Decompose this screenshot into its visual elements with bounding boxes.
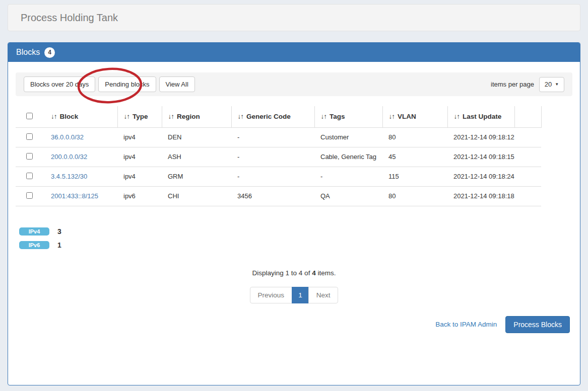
previous-page-button[interactable]: Previous	[250, 287, 293, 303]
sort-icon: ↓↑	[51, 113, 57, 120]
tags-cell: Cable, Generic Tag	[314, 147, 382, 167]
column-header-block[interactable]: ↓↑Block	[45, 106, 117, 127]
ipv6-summary-row: IPv6 1	[16, 241, 572, 249]
table-row: 36.0.0.0/32 ipv4 DEN - Customer 80 2021-…	[16, 127, 541, 147]
generic-code-cell: -	[231, 167, 314, 186]
sort-icon: ↓↑	[454, 113, 460, 120]
generic-code-cell: -	[231, 127, 314, 147]
items-per-page-label: items per page	[491, 81, 534, 88]
sort-icon: ↓↑	[168, 113, 174, 120]
ipv4-count: 3	[57, 227, 61, 236]
table-row: 200.0.0.0/32 ipv4 ASH - Cable, Generic T…	[16, 147, 541, 167]
column-header-vlan[interactable]: ↓↑VLAN	[382, 106, 447, 127]
ip-summary: IPv4 3 IPv6 1	[16, 227, 572, 249]
items-per-page-value: 20	[545, 81, 552, 88]
tags-cell: -	[314, 167, 382, 186]
empty-cell	[514, 147, 541, 167]
type-cell: ipv6	[117, 186, 162, 206]
display-info: Displaying 1 to 4 of 4 items.	[16, 269, 572, 277]
column-label: Generic Code	[246, 113, 291, 120]
last-update-cell: 2021-12-14 09:18:15	[447, 147, 514, 167]
column-label: Last Update	[463, 113, 501, 120]
sort-icon: ↓↑	[124, 113, 130, 120]
tags-cell: Customer	[314, 127, 382, 147]
vlan-cell: 45	[382, 147, 447, 167]
display-info-total: 4	[312, 269, 316, 277]
type-cell: ipv4	[117, 147, 162, 167]
next-page-button[interactable]: Next	[308, 287, 339, 303]
row-checkbox[interactable]	[26, 153, 33, 160]
display-info-suffix: items.	[316, 269, 336, 277]
empty-cell	[514, 167, 541, 186]
row-checkbox-cell	[16, 127, 45, 147]
column-header-region[interactable]: ↓↑Region	[162, 106, 231, 127]
column-header-empty	[514, 106, 541, 127]
footer-actions: Back to IPAM Admin Process Blocks	[16, 316, 572, 333]
vlan-cell: 80	[382, 127, 447, 147]
column-label: Region	[177, 113, 200, 120]
vlan-cell: 115	[382, 167, 447, 186]
row-checkbox-cell	[16, 167, 45, 186]
row-checkbox-cell	[16, 186, 45, 206]
region-cell: CHI	[162, 186, 231, 206]
last-update-cell: 2021-12-14 09:18:12	[447, 127, 514, 147]
blocks-count-badge: 4	[44, 47, 55, 58]
column-label: Block	[60, 113, 79, 120]
column-label: Tags	[330, 113, 345, 120]
page-header: Process Holding Tank	[8, 4, 580, 31]
table-header-row: ↓↑Block ↓↑Type ↓↑Region ↓↑Generic Code ↓…	[16, 106, 541, 127]
table-row: 3.4.5.132/30 ipv4 GRM - - 115 2021-12-14…	[16, 167, 541, 186]
last-update-cell: 2021-12-14 09:18:18	[447, 186, 514, 206]
column-header-last-update[interactable]: ↓↑Last Update	[447, 106, 514, 127]
row-checkbox[interactable]	[26, 173, 33, 179]
display-info-prefix: Displaying 1 to 4 of	[252, 269, 312, 277]
column-header-tags[interactable]: ↓↑Tags	[314, 106, 382, 127]
ipv6-count: 1	[57, 241, 61, 249]
back-to-ipam-admin-link[interactable]: Back to IPAM Admin	[435, 321, 497, 328]
page-1-button[interactable]: 1	[292, 287, 309, 303]
blocks-panel: Blocks 4 Blocks over 20 days Pending blo…	[8, 42, 580, 385]
block-cell: 3.4.5.132/30	[45, 167, 117, 186]
generic-code-cell: -	[231, 147, 314, 167]
block-cell: 200.0.0.0/32	[45, 147, 117, 167]
blocks-over-20-days-button[interactable]: Blocks over 20 days	[24, 76, 95, 92]
region-cell: DEN	[162, 127, 231, 147]
vlan-cell: 80	[382, 186, 447, 206]
blocks-table: ↓↑Block ↓↑Type ↓↑Region ↓↑Generic Code ↓…	[16, 106, 542, 206]
block-link[interactable]: 36.0.0.0/32	[51, 133, 84, 141]
block-cell: 2001:433::8/125	[45, 186, 117, 206]
generic-code-cell: 3456	[231, 186, 314, 206]
block-link[interactable]: 3.4.5.132/30	[51, 173, 87, 180]
block-link[interactable]: 2001:433::8/125	[51, 192, 98, 200]
process-blocks-button[interactable]: Process Blocks	[505, 316, 570, 333]
column-label: Type	[133, 113, 148, 120]
row-checkbox[interactable]	[26, 133, 33, 140]
row-checkbox[interactable]	[26, 192, 33, 199]
items-per-page-group: items per page 20 ▼	[491, 77, 564, 92]
header-checkbox-cell	[16, 106, 45, 127]
select-all-checkbox[interactable]	[26, 113, 33, 119]
sort-icon: ↓↑	[389, 113, 395, 120]
blocks-panel-heading: Blocks 4	[8, 43, 580, 62]
items-per-page-select[interactable]: 20 ▼	[539, 77, 564, 92]
type-cell: ipv4	[117, 127, 162, 147]
sort-icon: ↓↑	[321, 113, 327, 120]
view-all-button[interactable]: View All	[159, 76, 195, 92]
chevron-down-icon: ▼	[555, 82, 559, 87]
region-cell: ASH	[162, 147, 231, 167]
panel-title: Blocks	[16, 48, 40, 57]
blocks-panel-body: Blocks over 20 days Pending blocks View …	[8, 62, 580, 385]
ipv6-badge: IPv6	[19, 241, 49, 249]
tags-cell: QA	[314, 186, 382, 206]
filter-toolbar: Blocks over 20 days Pending blocks View …	[16, 72, 572, 96]
block-cell: 36.0.0.0/32	[45, 127, 117, 147]
pending-blocks-button[interactable]: Pending blocks	[98, 76, 156, 92]
pagination: Previous 1 Next	[250, 287, 339, 303]
sort-icon: ↓↑	[238, 113, 244, 120]
column-header-type[interactable]: ↓↑Type	[117, 106, 162, 127]
block-link[interactable]: 200.0.0.0/32	[51, 153, 87, 161]
column-header-generic-code[interactable]: ↓↑Generic Code	[231, 106, 314, 127]
empty-cell	[514, 186, 541, 206]
row-checkbox-cell	[16, 147, 45, 167]
ipv4-badge: IPv4	[19, 227, 49, 236]
